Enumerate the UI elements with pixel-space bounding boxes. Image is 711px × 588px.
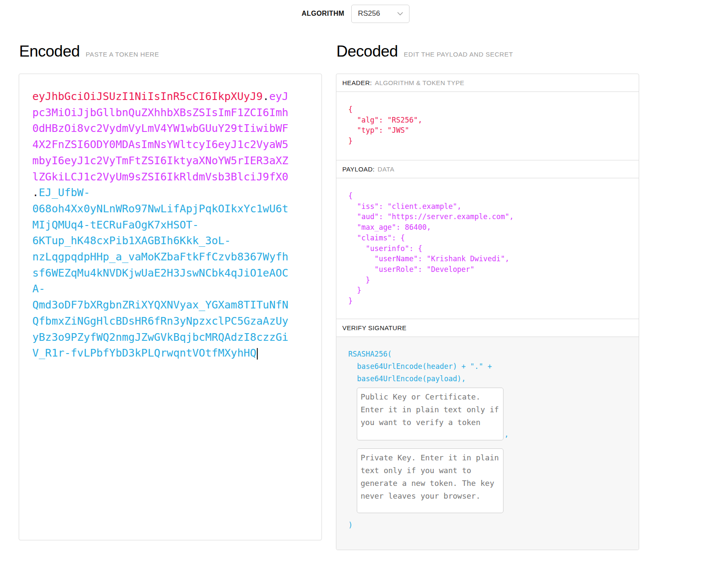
decoded-payload-json[interactable]: { "iss": "client.example", "aud": "https… [336, 178, 639, 319]
verify-signature-label: VERIFY SIGNATURE [342, 324, 407, 331]
algorithm-bar: ALGORITHM RS256 [0, 0, 711, 25]
public-key-input[interactable] [357, 388, 503, 440]
algorithm-select[interactable]: RS256 [351, 5, 410, 23]
public-key-row: , [348, 388, 632, 440]
verify-signature-label-row: VERIFY SIGNATURE [336, 319, 639, 337]
decoded-title: Decoded EDIT THE PAYLOAD AND SECRET [336, 43, 639, 60]
encoded-subtitle: PASTE A TOKEN HERE [86, 51, 159, 58]
debugger-columns: Encoded PASTE A TOKEN HERE eyJhbGciOiJSU… [0, 43, 711, 550]
jwt-payload-segment: eyJpc3MiOiJjbGllbnQuZXhhbXBsZSIsImF1ZCI6… [32, 90, 288, 183]
encoded-column: Encoded PASTE A TOKEN HERE eyJhbGciOiJSU… [19, 43, 322, 540]
encoded-token-editor[interactable]: eyJhbGciOiJSUzI1NiIsInR5cCI6IkpXUyJ9.eyJ… [19, 74, 322, 540]
algorithm-label: ALGORITHM [301, 10, 344, 17]
signature-code-top: RSASHA256( base64UrlEncode(header) + "."… [348, 348, 632, 385]
signature-code-close: ) [348, 519, 632, 531]
encoded-title-text: Encoded [19, 43, 80, 60]
decoded-header-json[interactable]: { "alg": "RS256", "typ": "JWS" } [336, 92, 639, 160]
payload-section: PAYLOAD: DATA { "iss": "client.example",… [336, 160, 639, 319]
jwt-separator-dot: . [32, 186, 39, 199]
private-key-input[interactable] [357, 448, 503, 513]
payload-section-sublabel: DATA [378, 166, 394, 173]
chevron-down-icon [397, 11, 403, 16]
jwt-header-segment: eyJhbGciOiJSUzI1NiIsInR5cCI6IkpXUyJ9 [32, 90, 263, 103]
algorithm-selected-value: RS256 [358, 9, 380, 18]
jwt-token: eyJhbGciOiJSUzI1NiIsInR5cCI6IkpXUyJ9.eyJ… [32, 88, 289, 361]
payload-section-label-row: PAYLOAD: DATA [336, 160, 639, 178]
header-section-label: HEADER: [342, 79, 372, 86]
payload-section-label: PAYLOAD: [342, 166, 375, 173]
encoded-title: Encoded PASTE A TOKEN HERE [19, 43, 322, 60]
header-section: HEADER: ALGORITHM & TOKEN TYPE { "alg": … [336, 74, 639, 160]
text-cursor [257, 348, 258, 360]
signature-code-comma: , [503, 430, 509, 440]
header-section-label-row: HEADER: ALGORITHM & TOKEN TYPE [336, 74, 639, 92]
decoded-panel: HEADER: ALGORITHM & TOKEN TYPE { "alg": … [336, 74, 639, 550]
jwt-separator-dot: . [263, 90, 269, 103]
header-section-sublabel: ALGORITHM & TOKEN TYPE [375, 79, 464, 86]
verify-signature-section: VERIFY SIGNATURE RSASHA256( base64UrlEnc… [336, 319, 639, 550]
decoded-subtitle: EDIT THE PAYLOAD AND SECRET [404, 51, 513, 58]
decoded-title-text: Decoded [336, 43, 398, 60]
private-key-row [348, 443, 632, 513]
decoded-column: Decoded EDIT THE PAYLOAD AND SECRET HEAD… [336, 43, 639, 550]
jwt-signature-segment: EJ_UfbW-068oh4Xx0yNLnWRo97NwLifApjPqkOIk… [32, 186, 288, 359]
verify-signature-body: RSASHA256( base64UrlEncode(header) + "."… [336, 337, 639, 550]
